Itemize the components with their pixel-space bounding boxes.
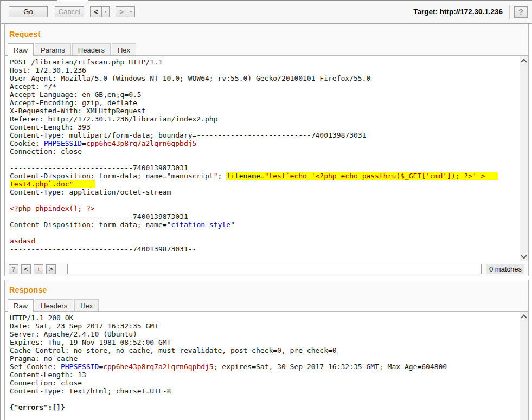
response-editor[interactable]: HTTP/1.1 200 OKDate: Sat, 23 Sep 2017 16…: [5, 312, 528, 420]
active-tab-notch: [57, 0, 88, 1]
response-raw-text[interactable]: HTTP/1.1 200 OKDate: Sat, 23 Sep 2017 16…: [5, 312, 528, 413]
search-add-button[interactable]: +: [34, 264, 43, 274]
code-line: test4.php`.doc": [10, 180, 515, 188]
code-line: Content-Type: multipart/form-data; bound…: [10, 131, 515, 139]
code-line: Referer: http://172.30.1.236/librarian/i…: [10, 115, 515, 123]
code-line: [10, 229, 515, 237]
help-button[interactable]: ?: [514, 6, 528, 18]
code-line: Accept-Encoding: gzip, deflate: [10, 99, 515, 107]
code-line: -----------------------------74001398730…: [10, 164, 515, 172]
repeater-toolbar: Go Cancel < ▼ > ▼ Target: http://172.30.…: [1, 0, 532, 24]
history-back-group: < ▼: [90, 6, 110, 17]
history-forward-button[interactable]: >: [116, 6, 127, 17]
request-raw-text[interactable]: POST /librarian/rtfscan.php HTTP/1.1Host…: [5, 56, 528, 255]
go-button[interactable]: Go: [9, 6, 48, 17]
request-panel: Request RawParamsHeadersHex POST /librar…: [4, 24, 529, 276]
request-tabs: RawParamsHeadersHex: [5, 43, 528, 56]
code-line: Cache-Control: no-store, no-cache, must-…: [10, 346, 515, 354]
tab-hex[interactable]: Hex: [112, 43, 136, 56]
code-line: HTTP/1.1 200 OK: [10, 314, 515, 322]
code-line: Server: Apache/2.4.10 (Ubuntu): [10, 330, 515, 338]
target-label: Target: http://172.30.1.236: [413, 8, 503, 16]
history-forward-group: > ▼: [116, 6, 135, 17]
code-line: Accept: */*: [10, 82, 515, 91]
scroll-up-icon[interactable]: [521, 314, 527, 320]
request-search-bar: ?<+> 0 matches: [5, 262, 528, 276]
code-line: asdasd: [10, 237, 515, 245]
code-line: Content-Length: 393: [10, 123, 515, 131]
tab-params[interactable]: Params: [35, 43, 71, 56]
search-buttons: ?<+>: [9, 264, 59, 274]
code-line: Accept-Language: en-GB,en;q=0.5: [10, 91, 515, 99]
code-line: -----------------------------74001398730…: [10, 245, 515, 253]
scroll-down-icon[interactable]: [521, 253, 527, 259]
code-line: Date: Sat, 23 Sep 2017 16:32:35 GMT: [10, 322, 515, 330]
code-line: [10, 156, 515, 164]
code-line: [10, 395, 515, 403]
code-line: POST /librarian/rtfscan.php HTTP/1.1: [10, 58, 515, 66]
code-line: <?php phpindex(); ?>: [10, 204, 515, 212]
response-panel: Response RawHeadersHex HTTP/1.1 200 OKDa…: [4, 280, 529, 420]
history-back-button[interactable]: <: [90, 6, 102, 17]
code-line: Content-Disposition: form-data; name="ma…: [10, 172, 515, 180]
history-back-dropdown-icon[interactable]: ▼: [102, 6, 110, 17]
code-line: [10, 196, 515, 204]
cancel-button[interactable]: Cancel: [55, 6, 84, 17]
code-line: Content-Type: text/html; charset=UTF-8: [10, 387, 515, 395]
toolbar-separator: [509, 5, 510, 19]
code-line: -----------------------------74001398730…: [10, 212, 515, 221]
search-help-button[interactable]: ?: [9, 264, 18, 274]
code-line: {"errors":[]}: [10, 403, 515, 411]
tab-raw[interactable]: Raw: [8, 43, 34, 56]
code-line: Host: 172.30.1.236: [10, 66, 515, 74]
code-line: Cookie: PHPSESSID=cpp6he43p8rq7a2lqrn6qp…: [10, 139, 515, 147]
code-line: Set-Cookie: PHPSESSID=cpp6he43p8rq7a2lqr…: [10, 363, 515, 371]
request-scrollbar[interactable]: [520, 56, 528, 261]
code-line: Pragma: no-cache: [10, 354, 515, 363]
code-line: Content-Length: 13: [10, 371, 515, 379]
response-tabs: RawHeadersHex: [5, 299, 528, 312]
search-input[interactable]: [67, 264, 482, 274]
tab-headers[interactable]: Headers: [72, 43, 111, 56]
response-scrollbar[interactable]: [520, 312, 528, 420]
code-line: Content-Type: application/octet-stream: [10, 188, 515, 196]
response-panel-title: Response: [5, 280, 528, 294]
search-matches-label: 0 matches: [486, 264, 524, 274]
tab-headers[interactable]: Headers: [35, 299, 73, 312]
code-line: Expires: Thu, 19 Nov 1981 08:52:00 GMT: [10, 338, 515, 346]
search-next-button[interactable]: >: [46, 264, 56, 274]
code-line: Content-Disposition: form-data; name="ci…: [10, 221, 515, 229]
code-line: Connection: close: [10, 147, 515, 156]
code-line: User-Agent: Mozilla/5.0 (Windows NT 10.0…: [10, 74, 515, 82]
history-forward-dropdown-icon[interactable]: ▼: [127, 6, 135, 17]
request-panel-title: Request: [5, 24, 528, 38]
code-line: Connection: close: [10, 379, 515, 387]
tab-raw[interactable]: Raw: [8, 299, 34, 312]
scroll-up-icon[interactable]: [521, 59, 527, 64]
search-prev-button[interactable]: <: [21, 264, 31, 274]
code-line: X-Requested-With: XMLHttpRequest: [10, 107, 515, 115]
tab-hex[interactable]: Hex: [74, 299, 99, 312]
request-editor[interactable]: POST /librarian/rtfscan.php HTTP/1.1Host…: [5, 56, 528, 262]
